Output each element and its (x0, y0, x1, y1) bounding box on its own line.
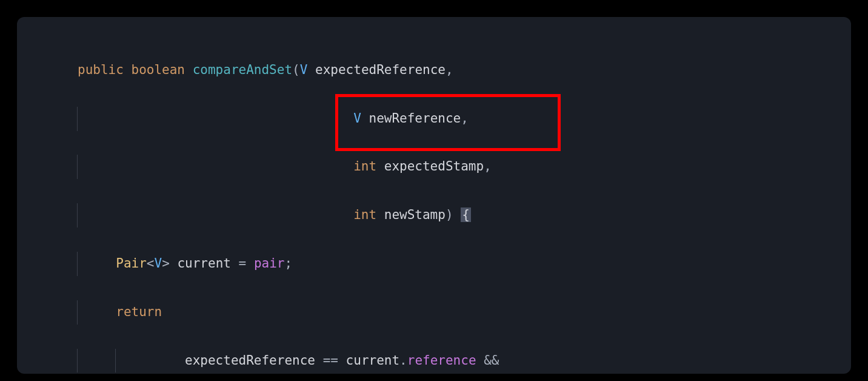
var-current: current (177, 256, 231, 271)
brace-open: { (461, 207, 471, 222)
code-editor[interactable]: public boolean compareAndSet(V expectedR… (17, 17, 851, 374)
var-pair: pair (254, 256, 285, 271)
keyword-public: public (78, 62, 124, 77)
code-line: Pair<V> current = pair; (78, 252, 827, 276)
code-line: expectedReference == current.reference &… (78, 349, 827, 373)
prop-reference: reference (407, 353, 476, 368)
keyword-return: return (116, 305, 162, 319)
function-name: compareAndSet (193, 62, 292, 77)
type-param: V (353, 111, 361, 126)
param: expectedStamp (384, 159, 484, 174)
keyword-int: int (353, 159, 376, 174)
code-line: int expectedStamp, (78, 155, 827, 179)
keyword-int: int (353, 207, 376, 222)
type-param: V (300, 62, 308, 77)
code-line: V newReference, (78, 107, 827, 131)
code-line: return (78, 300, 827, 325)
class-pair: Pair (116, 256, 147, 271)
code-line: int newStamp) { (78, 203, 827, 228)
keyword-boolean: boolean (132, 62, 185, 77)
code-line: public boolean compareAndSet(V expectedR… (78, 58, 827, 83)
param: newReference (369, 111, 461, 126)
param: expectedReference (315, 62, 446, 77)
param: newStamp (384, 207, 446, 222)
